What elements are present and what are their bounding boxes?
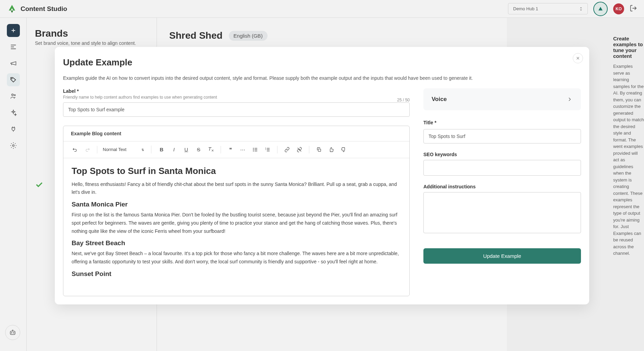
quote-icon: ❝: [229, 147, 232, 153]
more-icon: ⋯: [240, 147, 245, 153]
copy-icon: [316, 147, 322, 152]
content-paragraph: First up on the list is the famous Santa…: [72, 211, 401, 235]
bullet-list-button[interactable]: [250, 144, 261, 155]
underline-button[interactable]: U: [181, 144, 192, 155]
copy-button[interactable]: [313, 144, 324, 155]
format-select[interactable]: Normal Text ⇅: [101, 146, 151, 153]
undo-button[interactable]: [70, 144, 80, 155]
content-paragraph: Next, we've got Bay Street Beach – a loc…: [72, 250, 401, 266]
unlink-icon: [297, 147, 302, 152]
voice-label: Voice: [432, 96, 447, 103]
thumbs-down-button[interactable]: [338, 144, 349, 155]
link-icon: [284, 147, 290, 152]
svg-text:2: 2: [265, 149, 266, 150]
toolbar-separator: [309, 146, 309, 153]
modal-close-button[interactable]: [573, 53, 583, 63]
redo-icon: [85, 147, 90, 152]
toolbar-separator: [97, 146, 97, 153]
modal-description: Examples guide the AI on how to convert …: [63, 75, 581, 81]
label-char-count: 25 / 50: [397, 98, 410, 102]
label-input[interactable]: [63, 102, 410, 117]
thumbs-up-icon: [329, 147, 334, 152]
content-paragraph: Hello, fitness enthusiasts! Fancy a bit …: [72, 180, 401, 197]
underline-icon: U: [184, 147, 188, 152]
seo-label: SEO keywords: [423, 152, 581, 157]
close-icon: [575, 56, 580, 61]
content-subheading: Bay Street Beach: [72, 239, 401, 247]
voice-panel[interactable]: Voice: [423, 88, 581, 110]
italic-button[interactable]: I: [169, 144, 179, 155]
update-example-modal: Update Example Examples guide the AI on …: [55, 47, 589, 304]
svg-rect-12: [318, 149, 321, 151]
italic-icon: I: [173, 147, 175, 152]
content-subheading: Santa Monica Pier: [72, 201, 401, 208]
bullet-list-icon: [252, 147, 258, 152]
thumbs-down-icon: [341, 147, 346, 152]
title-label: Title *: [423, 120, 581, 125]
label-field-hint: Friendly name to help content authors fi…: [63, 95, 217, 100]
title-input[interactable]: [423, 129, 581, 143]
more-button[interactable]: ⋯: [237, 144, 248, 155]
strike-button[interactable]: S: [193, 144, 204, 155]
link-button[interactable]: [282, 144, 293, 155]
content-heading: Top Spots to Surf in Santa Monica: [72, 166, 401, 176]
number-list-button[interactable]: 12: [262, 144, 273, 155]
label-field-label: Label *: [63, 88, 217, 94]
editor-tab: Example Blog content: [63, 126, 409, 141]
strike-icon: S: [197, 147, 200, 152]
svg-point-9: [253, 151, 253, 151]
content-subheading: Sunset Point: [72, 270, 401, 278]
number-list-icon: 12: [265, 147, 270, 152]
modal-overlay: Update Example Examples guide the AI on …: [0, 0, 644, 351]
toolbar-separator: [221, 146, 221, 153]
update-example-button[interactable]: Update Example: [423, 248, 581, 264]
chevron-right-icon: [567, 96, 573, 102]
redo-button[interactable]: [82, 144, 93, 155]
editor-toolbar: Normal Text ⇅ B I U S T× ❝ ⋯ 12: [63, 141, 409, 158]
svg-point-8: [253, 149, 253, 150]
bold-button[interactable]: B: [156, 144, 167, 155]
modal-title: Update Example: [63, 57, 581, 68]
unlink-button[interactable]: [294, 144, 305, 155]
quote-button[interactable]: ❝: [225, 144, 236, 155]
undo-icon: [72, 147, 78, 152]
thumbs-up-button[interactable]: [326, 144, 337, 155]
bold-icon: B: [160, 147, 163, 152]
clear-format-icon: T×: [208, 146, 214, 153]
editor: Example Blog content Normal Text ⇅ B I U…: [63, 126, 410, 296]
clear-format-button[interactable]: T×: [206, 144, 216, 155]
additional-input[interactable]: [423, 192, 581, 233]
additional-label: Additional instructions: [423, 184, 581, 189]
svg-point-7: [253, 148, 253, 148]
toolbar-separator: [277, 146, 277, 153]
seo-input[interactable]: [423, 160, 581, 176]
editor-content[interactable]: Top Spots to Surf in Santa Monica Hello,…: [63, 158, 409, 296]
